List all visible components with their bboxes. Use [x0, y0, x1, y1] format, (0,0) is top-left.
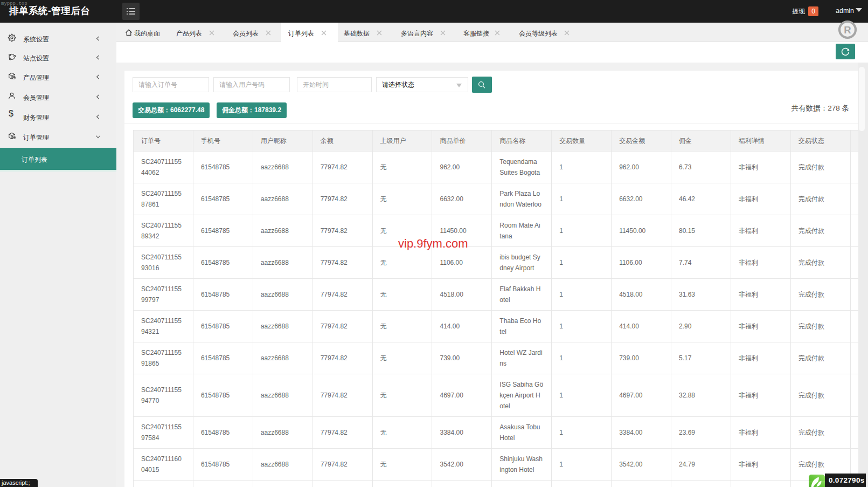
- svg-text:R: R: [844, 24, 851, 36]
